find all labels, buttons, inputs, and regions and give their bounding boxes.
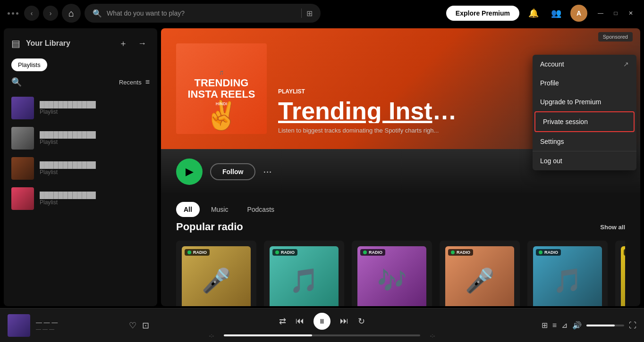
player-track-info: — — — — — — xyxy=(36,319,123,332)
tab-podcasts[interactable]: Podcasts xyxy=(239,202,282,217)
dot3 xyxy=(16,12,18,15)
play-button[interactable]: ▶ xyxy=(176,158,203,185)
tab-all[interactable]: All xyxy=(176,202,200,217)
player-track-artist: — — — xyxy=(36,326,123,332)
dropdown-item-settings[interactable]: Settings xyxy=(533,132,636,151)
add-playlist-button[interactable]: ＋ xyxy=(116,36,131,51)
playlist-name: ████████████ xyxy=(40,131,150,139)
close-button[interactable]: ✕ xyxy=(625,8,636,19)
repeat-button[interactable]: ↻ xyxy=(358,316,365,326)
now-playing-button[interactable]: ⊞ xyxy=(542,321,548,330)
radio-card-image: RADIO 🎤 xyxy=(182,246,251,306)
dot2 xyxy=(12,12,14,15)
volume-bar[interactable] xyxy=(586,325,624,326)
sidebar-header-buttons: ＋ → xyxy=(116,36,150,51)
search-divider xyxy=(301,8,302,18)
volume-icon[interactable]: 🔊 xyxy=(572,321,582,330)
playlist-name: ████████████ xyxy=(40,101,150,108)
shuffle-button[interactable]: ⇄ xyxy=(279,316,286,326)
sidebar-search-button[interactable]: 🔍 xyxy=(11,77,22,87)
previous-button[interactable]: ⏮ xyxy=(296,316,304,326)
dropdown-item-upgrade[interactable]: Upgrade to Premium xyxy=(533,92,636,111)
topbar-dots xyxy=(8,12,18,15)
playlist-info: ████████████ Playlist xyxy=(40,101,150,115)
radio-card-arijit-singh[interactable]: RADIO 🎤 Arijit Singh With Sachin-Jigar, xyxy=(176,241,256,306)
avatar-button[interactable]: A xyxy=(570,5,587,22)
hero-logo: 🎵 xyxy=(219,71,224,75)
hero-cover-subtitle: HINDI xyxy=(216,101,228,107)
queue-button[interactable]: ≡ xyxy=(552,321,557,330)
filter-tabs: All Music Podcasts xyxy=(161,194,640,221)
sponsored-badge: Sponsored xyxy=(598,32,633,42)
list-item[interactable]: ████████████ Playlist xyxy=(8,93,153,123)
current-time: -:- xyxy=(204,333,219,338)
connect-button[interactable]: ⊿ xyxy=(561,321,568,330)
hero-cover-content: 🎵 TRENDINGINSTA REELS HINDI xyxy=(187,71,255,107)
window-controls: — □ ✕ xyxy=(595,8,636,19)
explore-premium-button[interactable]: Explore Premium xyxy=(446,6,519,21)
dropdown-item-private-session[interactable]: Private session xyxy=(534,111,635,132)
spotify-dot-icon xyxy=(539,250,542,254)
like-button[interactable]: ♡ xyxy=(129,320,136,331)
volume-fill xyxy=(586,325,615,326)
popular-radio-section: Popular radio Show all RADIO 🎤 Arijit Si… xyxy=(161,221,640,306)
playlist-thumb xyxy=(11,97,34,119)
dropdown-item-account[interactable]: Account ↗ xyxy=(533,55,636,74)
radio-card-diljit-dosanjh[interactable]: RADIO 🎵 Diljit Dosanjh With Karan Aujla, xyxy=(264,241,344,306)
back-button[interactable]: ‹ xyxy=(24,6,39,21)
player-center: ⇄ ⏮ ⏸ ⏭ ↻ -:- -:- xyxy=(157,313,487,338)
show-all-button[interactable]: Show all xyxy=(600,224,625,231)
list-item[interactable]: ████████████ Playlist xyxy=(8,184,153,214)
search-input[interactable] xyxy=(107,9,297,17)
player-right: ⊞ ≡ ⊿ 🔊 ⛶ xyxy=(495,321,636,330)
radio-card-kk[interactable]: RADIO 🎵 KK With Armaan Malik, xyxy=(527,241,608,306)
player-play-button[interactable]: ⏸ xyxy=(314,313,330,330)
picture-in-picture-button[interactable]: ⊡ xyxy=(142,320,149,331)
progress-row: -:- -:- xyxy=(204,333,440,338)
list-item[interactable]: ████████████ Playlist xyxy=(8,123,153,153)
main-layout: ▤ Your Library ＋ → Playlists 🔍 Recents ≡… xyxy=(0,26,644,308)
progress-bar[interactable] xyxy=(224,334,420,336)
content-area: Account ↗ Profile Upgrade to Premium Pri… xyxy=(161,28,640,306)
minimize-button[interactable]: — xyxy=(595,8,606,19)
friends-button[interactable]: 👥 xyxy=(548,5,565,22)
playlists-filter-button[interactable]: Playlists xyxy=(11,58,47,71)
topbar: ‹ › ⌂ 🔍 ⊞ Explore Premium 🔔 👥 A — □ ✕ xyxy=(0,0,644,26)
playlist-thumb xyxy=(11,157,34,180)
playlist-info: ████████████ Playlist xyxy=(40,192,150,206)
radio-card-shreya-ghoshal[interactable]: RADIO 🎤 Shreya Ghoshal With A.R. Rahman, xyxy=(440,241,520,306)
maximize-button[interactable]: □ xyxy=(610,8,621,19)
spotify-dot-icon xyxy=(363,250,367,254)
external-link-icon: ↗ xyxy=(623,60,629,68)
radio-badge: RADIO xyxy=(536,249,561,256)
fullscreen-button[interactable]: ⛶ xyxy=(629,321,636,330)
dropdown-item-logout[interactable]: Log out xyxy=(533,151,636,170)
next-button[interactable]: ⏭ xyxy=(340,316,348,326)
tab-music[interactable]: Music xyxy=(203,202,236,217)
more-options-button[interactable]: ··· xyxy=(263,166,271,178)
dropdown-item-profile[interactable]: Profile xyxy=(533,74,636,92)
radio-card-image: RADIO 🎤 xyxy=(445,246,514,306)
list-item[interactable]: ████████████ Playlist xyxy=(8,153,153,184)
radio-card-ar-rahman[interactable]: RADIO 🎶 A.R. Rahman With Santhosh xyxy=(615,241,625,306)
player-bar: — — — — — — ♡ ⊡ ⇄ ⏮ ⏸ ⏭ ↻ -:- -:- ⊞ ≡ ⊿ … xyxy=(0,308,644,342)
radio-card-sp-balasubrahmanyam[interactable]: RADIO 🎶 S.P. Balasubrahmanyam With K. J.… xyxy=(352,241,432,306)
playlist-name: ████████████ xyxy=(40,161,150,169)
progress-fill xyxy=(224,334,312,336)
hero-cover-image: 🎵 TRENDINGINSTA REELS HINDI ✌ xyxy=(176,43,267,134)
spotify-dot-icon xyxy=(187,250,191,254)
playlist-list: ████████████ Playlist ████████████ Playl… xyxy=(4,91,157,306)
notifications-button[interactable]: 🔔 xyxy=(525,5,542,22)
playlist-thumb xyxy=(11,187,34,210)
list-view-button[interactable]: ≡ xyxy=(145,78,150,86)
sidebar: ▤ Your Library ＋ → Playlists 🔍 Recents ≡… xyxy=(4,28,157,306)
section-title: Popular radio xyxy=(176,221,243,233)
forward-button[interactable]: › xyxy=(43,6,58,21)
home-button[interactable]: ⌂ xyxy=(62,4,81,23)
dot1 xyxy=(8,12,10,15)
library-title: Your Library xyxy=(26,39,116,48)
hero-description: Listen to biggest tracks dominating the … xyxy=(278,127,467,134)
follow-button[interactable]: Follow xyxy=(210,163,255,180)
expand-library-button[interactable]: → xyxy=(135,36,150,51)
radio-badge: RADIO xyxy=(360,249,385,256)
